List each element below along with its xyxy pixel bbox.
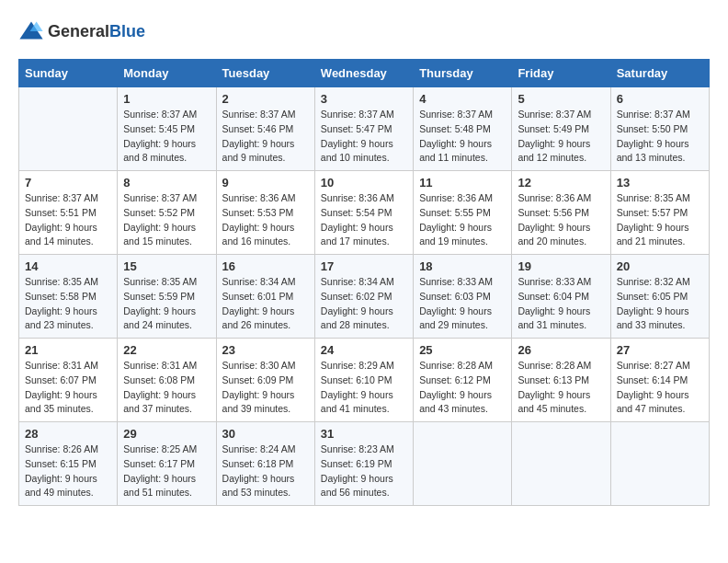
day-number: 20 [617,259,703,273]
day-number: 3 [321,92,407,106]
day-info: Sunrise: 8:29 AMSunset: 6:10 PMDaylight:… [321,359,407,417]
day-cell: 19Sunrise: 8:33 AMSunset: 6:04 PMDayligh… [512,255,610,339]
day-number: 9 [222,176,309,190]
logo: GeneralBlue [18,18,145,44]
day-cell: 31Sunrise: 8:23 AMSunset: 6:19 PMDayligh… [314,422,413,506]
week-row-1: 1Sunrise: 8:37 AMSunset: 5:45 PMDaylight… [19,87,710,171]
weekday-header-wednesday: Wednesday [314,60,413,87]
day-number: 17 [321,259,407,273]
day-number: 21 [25,343,111,357]
day-info: Sunrise: 8:23 AMSunset: 6:19 PMDaylight:… [321,442,407,500]
day-info: Sunrise: 8:35 AMSunset: 5:58 PMDaylight:… [25,275,111,333]
day-cell: 6Sunrise: 8:37 AMSunset: 5:50 PMDaylight… [610,87,709,171]
day-number: 28 [25,427,111,441]
day-info: Sunrise: 8:37 AMSunset: 5:45 PMDaylight:… [123,108,210,166]
week-row-2: 7Sunrise: 8:37 AMSunset: 5:51 PMDaylight… [19,171,710,255]
day-info: Sunrise: 8:28 AMSunset: 6:13 PMDaylight:… [518,359,604,417]
day-cell: 18Sunrise: 8:33 AMSunset: 6:03 PMDayligh… [414,255,512,339]
day-info: Sunrise: 8:37 AMSunset: 5:52 PMDaylight:… [123,191,210,249]
day-number: 13 [617,176,703,190]
day-cell: 12Sunrise: 8:36 AMSunset: 5:56 PMDayligh… [512,171,610,255]
day-number: 5 [518,92,604,106]
day-cell: 28Sunrise: 8:26 AMSunset: 6:15 PMDayligh… [19,422,118,506]
day-number: 24 [321,343,407,357]
day-cell: 30Sunrise: 8:24 AMSunset: 6:18 PMDayligh… [216,422,314,506]
day-cell: 9Sunrise: 8:36 AMSunset: 5:53 PMDaylight… [216,171,314,255]
weekday-header-sunday: Sunday [19,60,118,87]
day-number: 18 [419,259,506,273]
week-row-4: 21Sunrise: 8:31 AMSunset: 6:07 PMDayligh… [19,339,710,422]
day-cell: 10Sunrise: 8:36 AMSunset: 5:54 PMDayligh… [314,171,413,255]
day-cell: 21Sunrise: 8:31 AMSunset: 6:07 PMDayligh… [19,339,118,422]
logo-general: General [48,22,109,40]
weekday-header-thursday: Thursday [414,60,512,87]
week-row-3: 14Sunrise: 8:35 AMSunset: 5:58 PMDayligh… [19,255,710,339]
day-info: Sunrise: 8:31 AMSunset: 6:08 PMDaylight:… [123,359,210,417]
day-number: 19 [518,259,604,273]
day-info: Sunrise: 8:37 AMSunset: 5:51 PMDaylight:… [25,191,111,249]
day-info: Sunrise: 8:27 AMSunset: 6:14 PMDaylight:… [617,359,703,417]
day-number: 11 [419,176,506,190]
weekday-header-tuesday: Tuesday [216,60,314,87]
day-info: Sunrise: 8:28 AMSunset: 6:12 PMDaylight:… [419,359,506,417]
day-cell [19,87,118,171]
day-number: 30 [222,427,309,441]
day-cell: 29Sunrise: 8:25 AMSunset: 6:17 PMDayligh… [118,422,216,506]
day-info: Sunrise: 8:37 AMSunset: 5:50 PMDaylight:… [617,108,703,166]
day-number: 25 [419,343,506,357]
weekday-header-saturday: Saturday [610,60,709,87]
day-cell: 13Sunrise: 8:35 AMSunset: 5:57 PMDayligh… [610,171,709,255]
day-cell: 22Sunrise: 8:31 AMSunset: 6:08 PMDayligh… [118,339,216,422]
day-number: 27 [617,343,703,357]
day-number: 31 [321,427,407,441]
day-info: Sunrise: 8:32 AMSunset: 6:05 PMDaylight:… [617,275,703,333]
day-cell: 27Sunrise: 8:27 AMSunset: 6:14 PMDayligh… [610,339,709,422]
day-number: 8 [123,176,210,190]
day-info: Sunrise: 8:37 AMSunset: 5:49 PMDaylight:… [518,108,604,166]
day-info: Sunrise: 8:37 AMSunset: 5:48 PMDaylight:… [419,108,506,166]
day-info: Sunrise: 8:30 AMSunset: 6:09 PMDaylight:… [222,359,309,417]
weekday-header-monday: Monday [118,60,216,87]
header: GeneralBlue [18,18,710,44]
day-cell: 24Sunrise: 8:29 AMSunset: 6:10 PMDayligh… [314,339,413,422]
day-cell: 26Sunrise: 8:28 AMSunset: 6:13 PMDayligh… [512,339,610,422]
day-number: 10 [321,176,407,190]
day-number: 22 [123,343,210,357]
logo-blue: Blue [109,22,145,40]
day-cell [610,422,709,506]
day-info: Sunrise: 8:36 AMSunset: 5:53 PMDaylight:… [222,191,309,249]
day-cell: 1Sunrise: 8:37 AMSunset: 5:45 PMDaylight… [118,87,216,171]
day-number: 23 [222,343,309,357]
day-info: Sunrise: 8:24 AMSunset: 6:18 PMDaylight:… [222,442,309,500]
day-cell: 17Sunrise: 8:34 AMSunset: 6:02 PMDayligh… [314,255,413,339]
day-info: Sunrise: 8:34 AMSunset: 6:01 PMDaylight:… [222,275,309,333]
day-info: Sunrise: 8:35 AMSunset: 5:59 PMDaylight:… [123,275,210,333]
day-cell: 11Sunrise: 8:36 AMSunset: 5:55 PMDayligh… [414,171,512,255]
day-cell [414,422,512,506]
day-cell: 2Sunrise: 8:37 AMSunset: 5:46 PMDaylight… [216,87,314,171]
day-info: Sunrise: 8:37 AMSunset: 5:46 PMDaylight:… [222,108,309,166]
day-cell: 3Sunrise: 8:37 AMSunset: 5:47 PMDaylight… [314,87,413,171]
day-cell: 4Sunrise: 8:37 AMSunset: 5:48 PMDaylight… [414,87,512,171]
day-info: Sunrise: 8:26 AMSunset: 6:15 PMDaylight:… [25,442,111,500]
day-info: Sunrise: 8:34 AMSunset: 6:02 PMDaylight:… [321,275,407,333]
weekday-header-row: SundayMondayTuesdayWednesdayThursdayFrid… [19,60,710,87]
day-cell [512,422,610,506]
day-info: Sunrise: 8:36 AMSunset: 5:56 PMDaylight:… [518,191,604,249]
day-info: Sunrise: 8:33 AMSunset: 6:04 PMDaylight:… [518,275,604,333]
day-cell: 7Sunrise: 8:37 AMSunset: 5:51 PMDaylight… [19,171,118,255]
logo-icon [18,18,44,44]
day-cell: 14Sunrise: 8:35 AMSunset: 5:58 PMDayligh… [19,255,118,339]
day-info: Sunrise: 8:37 AMSunset: 5:47 PMDaylight:… [321,108,407,166]
day-cell: 23Sunrise: 8:30 AMSunset: 6:09 PMDayligh… [216,339,314,422]
day-info: Sunrise: 8:33 AMSunset: 6:03 PMDaylight:… [419,275,506,333]
day-info: Sunrise: 8:25 AMSunset: 6:17 PMDaylight:… [123,442,210,500]
day-cell: 15Sunrise: 8:35 AMSunset: 5:59 PMDayligh… [118,255,216,339]
day-cell: 20Sunrise: 8:32 AMSunset: 6:05 PMDayligh… [610,255,709,339]
day-cell: 25Sunrise: 8:28 AMSunset: 6:12 PMDayligh… [414,339,512,422]
day-number: 2 [222,92,309,106]
day-number: 16 [222,259,309,273]
day-number: 7 [25,176,111,190]
day-number: 15 [123,259,210,273]
weekday-header-friday: Friday [512,60,610,87]
